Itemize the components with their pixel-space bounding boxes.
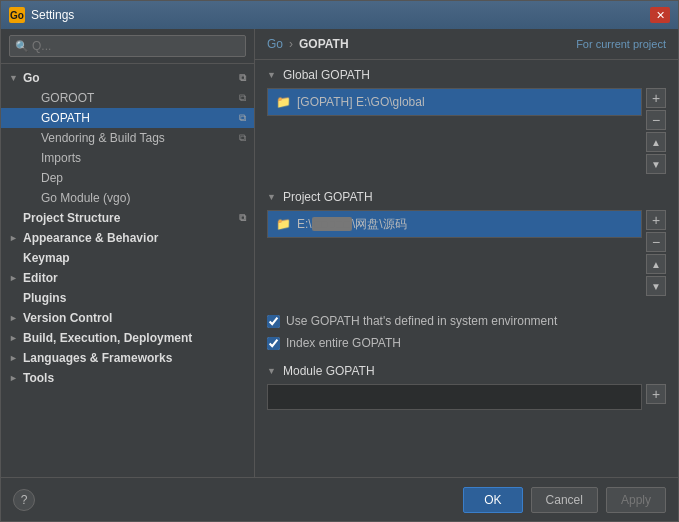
right-panel: Go › GOPATH For current project ▼ Global… [255, 29, 678, 477]
window-title: Settings [31, 8, 74, 22]
arrow-icon: ► [9, 353, 19, 363]
sidebar-item-gomodule[interactable]: Go Module (vgo) [1, 188, 254, 208]
title-bar: Go Settings ✕ [1, 1, 678, 29]
project-gopath-path-text: E:\■■■■■\网盘\源码 [297, 216, 633, 233]
sidebar-item-tools-label: Tools [23, 371, 246, 385]
sidebar-item-gopath-label: GOPATH [41, 111, 235, 125]
sidebar-item-vendoring-label: Vendoring & Build Tags [41, 131, 235, 145]
sidebar-item-editor[interactable]: ► Editor [1, 268, 254, 288]
for-current-project-link[interactable]: For current project [576, 38, 666, 50]
global-gopath-area: 📁 [GOPATH] E:\GO\global + − ▲ ▼ [267, 88, 666, 174]
copy-icon: ⧉ [239, 212, 246, 224]
module-gopath-area: + [267, 384, 666, 414]
app-icon: Go [9, 7, 25, 23]
global-gopath-path-text: [GOPATH] E:\GO\global [297, 95, 633, 109]
sidebar-item-build-execution-label: Build, Execution, Deployment [23, 331, 246, 345]
sidebar-item-vendoring[interactable]: Vendoring & Build Tags ⧉ [1, 128, 254, 148]
project-gopath-list: 📁 E:\■■■■■\网盘\源码 [267, 210, 642, 296]
apply-button[interactable]: Apply [606, 487, 666, 513]
sidebar-item-imports[interactable]: Imports [1, 148, 254, 168]
sidebar: 🔍 ▼ Go ⧉ GOROOT ⧉ GOPATH [1, 29, 255, 477]
help-button[interactable]: ? [13, 489, 35, 511]
project-gopath-area: 📁 E:\■■■■■\网盘\源码 + − ▲ ▼ [267, 210, 666, 296]
module-gopath-label: Module GOPATH [283, 364, 375, 378]
folder-icon: 📁 [276, 217, 291, 231]
checkbox-index-gopath-row: Index entire GOPATH [267, 334, 666, 352]
sidebar-item-languages-label: Languages & Frameworks [23, 351, 246, 365]
sidebar-item-project-structure[interactable]: ► Project Structure ⧉ [1, 208, 254, 228]
global-gopath-controls: + − ▲ ▼ [646, 88, 666, 174]
sidebar-item-appearance-label: Appearance & Behavior [23, 231, 246, 245]
tree-list: ▼ Go ⧉ GOROOT ⧉ GOPATH ⧉ Vendoring & Bui… [1, 64, 254, 477]
global-gopath-up-button[interactable]: ▲ [646, 132, 666, 152]
sidebar-item-tools[interactable]: ► Tools [1, 368, 254, 388]
sidebar-item-editor-label: Editor [23, 271, 246, 285]
sidebar-item-project-structure-label: Project Structure [23, 211, 235, 225]
search-box: 🔍 [1, 29, 254, 64]
project-gopath-entry[interactable]: 📁 E:\■■■■■\网盘\源码 [268, 211, 641, 237]
settings-window: Go Settings ✕ 🔍 ▼ Go ⧉ [0, 0, 679, 522]
checkbox-index-gopath-label: Index entire GOPATH [286, 336, 401, 350]
ok-button[interactable]: OK [463, 487, 522, 513]
sidebar-item-gopath[interactable]: GOPATH ⧉ [1, 108, 254, 128]
module-gopath-list [267, 384, 642, 414]
arrow-icon: ► [9, 273, 19, 283]
search-wrapper: 🔍 [9, 35, 246, 57]
breadcrumb-go: Go [267, 37, 283, 51]
sidebar-item-dep-label: Dep [41, 171, 246, 185]
sidebar-item-goroot[interactable]: GOROOT ⧉ [1, 88, 254, 108]
arrow-icon: ► [9, 373, 19, 383]
arrow-icon: ► [9, 233, 19, 243]
checkbox-use-gopath-label: Use GOPATH that's defined in system envi… [286, 314, 557, 328]
sidebar-item-plugins-label: Plugins [23, 291, 246, 305]
sidebar-item-version-control-label: Version Control [23, 311, 246, 325]
sidebar-item-plugins[interactable]: ► Plugins [1, 288, 254, 308]
copy-icon: ⧉ [239, 112, 246, 124]
global-gopath-path-list: 📁 [GOPATH] E:\GO\global [267, 88, 642, 116]
bottom-buttons: OK Cancel Apply [463, 487, 666, 513]
search-input[interactable] [9, 35, 246, 57]
breadcrumb-separator: › [289, 37, 293, 51]
global-gopath-label: Global GOPATH [283, 68, 370, 82]
project-gopath-down-button[interactable]: ▼ [646, 276, 666, 296]
global-gopath-list: 📁 [GOPATH] E:\GO\global [267, 88, 642, 174]
sidebar-item-keymap-label: Keymap [23, 251, 246, 265]
global-gopath-add-button[interactable]: + [646, 88, 666, 108]
folder-icon: 📁 [276, 95, 291, 109]
sidebar-item-languages[interactable]: ► Languages & Frameworks [1, 348, 254, 368]
breadcrumb-gopath: GOPATH [299, 37, 349, 51]
copy-icon: ⧉ [239, 92, 246, 104]
global-gopath-remove-button[interactable]: − [646, 110, 666, 130]
module-gopath-controls: + [646, 384, 666, 414]
module-gopath-add-button[interactable]: + [646, 384, 666, 404]
project-gopath-remove-button[interactable]: − [646, 232, 666, 252]
project-gopath-up-button[interactable]: ▲ [646, 254, 666, 274]
module-gopath-path-list [267, 384, 642, 410]
sidebar-item-goroot-label: GOROOT [41, 91, 235, 105]
content-area: 🔍 ▼ Go ⧉ GOROOT ⧉ GOPATH [1, 29, 678, 477]
search-icon: 🔍 [15, 40, 29, 53]
project-gopath-add-button[interactable]: + [646, 210, 666, 230]
module-gopath-arrow: ▼ [267, 366, 277, 376]
cancel-button[interactable]: Cancel [531, 487, 598, 513]
close-button[interactable]: ✕ [650, 7, 670, 23]
global-gopath-down-button[interactable]: ▼ [646, 154, 666, 174]
sidebar-item-keymap[interactable]: ► Keymap [1, 248, 254, 268]
sidebar-item-appearance[interactable]: ► Appearance & Behavior [1, 228, 254, 248]
checkbox-index-gopath[interactable] [267, 337, 280, 350]
sidebar-item-build-execution[interactable]: ► Build, Execution, Deployment [1, 328, 254, 348]
sidebar-item-dep[interactable]: Dep [1, 168, 254, 188]
global-gopath-entry[interactable]: 📁 [GOPATH] E:\GO\global [268, 89, 641, 115]
project-gopath-label: Project GOPATH [283, 190, 373, 204]
project-gopath-header: ▼ Project GOPATH [267, 190, 666, 204]
checkbox-use-gopath[interactable] [267, 315, 280, 328]
project-gopath-arrow: ▼ [267, 192, 277, 202]
arrow-icon: ► [9, 313, 19, 323]
checkbox-use-gopath-row: Use GOPATH that's defined in system envi… [267, 312, 666, 330]
sidebar-item-version-control[interactable]: ► Version Control [1, 308, 254, 328]
copy-icon: ⧉ [239, 132, 246, 144]
global-gopath-arrow: ▼ [267, 70, 277, 80]
arrow-icon: ▼ [9, 73, 19, 83]
sidebar-item-gomodule-label: Go Module (vgo) [41, 191, 246, 205]
sidebar-item-go[interactable]: ▼ Go ⧉ [1, 68, 254, 88]
